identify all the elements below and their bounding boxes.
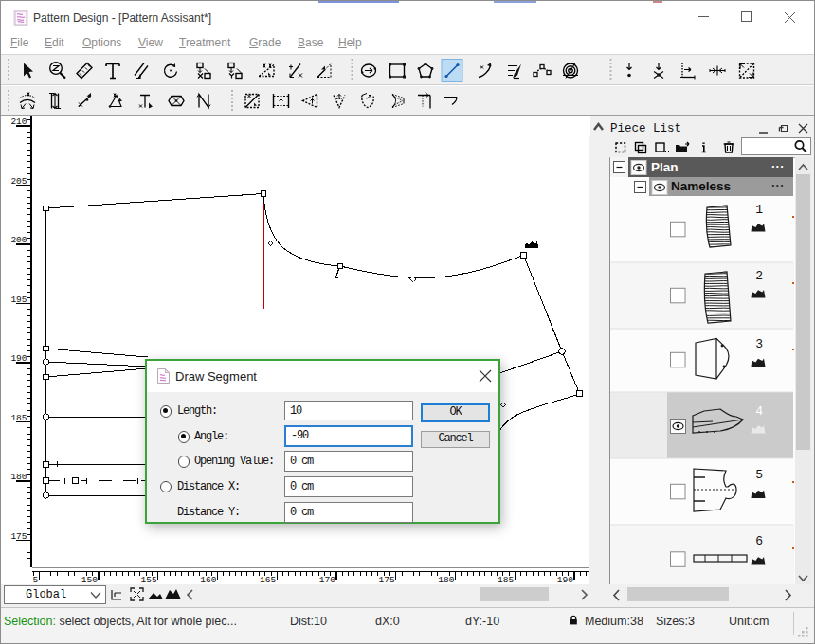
svg-text:5: 5 bbox=[755, 468, 763, 482]
svg-text:155: 155 bbox=[140, 575, 156, 584]
svg-text:180: 180 bbox=[10, 472, 27, 482]
svg-text:1: 1 bbox=[755, 203, 763, 217]
svg-text:205: 205 bbox=[10, 176, 27, 187]
svg-text:195: 195 bbox=[10, 295, 27, 305]
svg-text:2: 2 bbox=[755, 269, 763, 283]
svg-text:200: 200 bbox=[10, 235, 27, 245]
svg-text:190: 190 bbox=[557, 575, 573, 584]
svg-text:180: 180 bbox=[438, 575, 454, 584]
svg-text:4: 4 bbox=[755, 404, 763, 419]
svg-text:210: 210 bbox=[10, 116, 27, 127]
svg-text:185: 185 bbox=[10, 413, 27, 423]
svg-text:175: 175 bbox=[10, 531, 27, 542]
svg-text:160: 160 bbox=[200, 575, 216, 584]
svg-text:175: 175 bbox=[378, 575, 394, 584]
svg-text:165: 165 bbox=[260, 575, 276, 584]
svg-text:170: 170 bbox=[319, 575, 335, 584]
svg-text:3: 3 bbox=[755, 337, 763, 351]
svg-text:150: 150 bbox=[82, 575, 98, 584]
svg-text:185: 185 bbox=[498, 575, 514, 584]
svg-text:190: 190 bbox=[10, 353, 27, 364]
svg-text:6: 6 bbox=[755, 534, 763, 548]
